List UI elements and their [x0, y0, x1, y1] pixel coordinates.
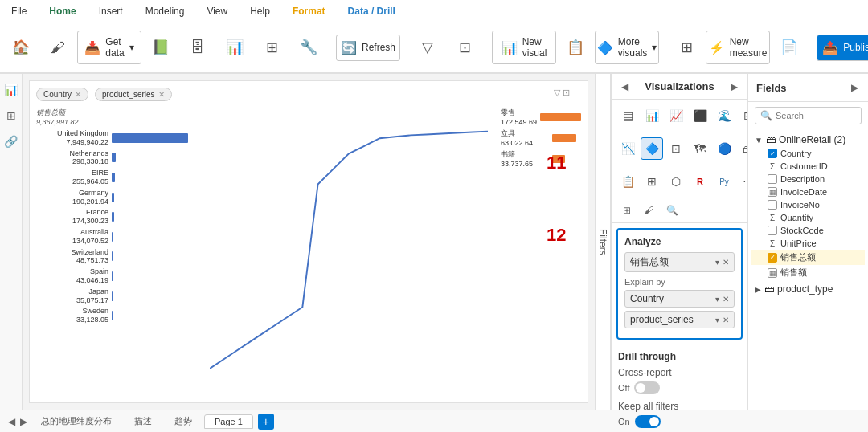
bar-label: Japan35,875.17	[36, 287, 108, 305]
viz-icon-line[interactable]: 📈	[665, 104, 687, 127]
viz-icon-python[interactable]: Py	[713, 170, 735, 193]
viz-icon-treemap[interactable]: ⊡	[665, 137, 687, 160]
viz-icon-r[interactable]: R	[689, 170, 711, 193]
tab-describe[interactable]: 描述	[124, 413, 162, 430]
sql-button[interactable]: 🗄	[180, 36, 215, 59]
list-item[interactable]: Description	[751, 173, 865, 185]
excel-button[interactable]: 📗	[143, 35, 178, 59]
chart-filter-icon[interactable]: ▽ ⊡ ⋯	[554, 88, 581, 101]
viz-icon-table[interactable]: 📋	[616, 170, 639, 193]
explain-country-dropdown[interactable]: ▾	[715, 295, 719, 304]
chart-header: Country ✕ product_series ✕ ▽ ⊡ ⋯	[36, 88, 581, 101]
menu-format[interactable]: Format	[288, 4, 330, 18]
clipboard-button[interactable]: 📋	[558, 35, 593, 59]
more-visuals-button[interactable]: 🔷 More visuals ▾	[595, 31, 659, 64]
viz-collapse-left[interactable]: ◀	[621, 81, 628, 92]
viz-tabs: ⊞ 🖌 🔍	[612, 198, 747, 223]
ribbon-home-icon[interactable]: 🏠	[3, 35, 39, 59]
viz-icon-gauge[interactable]: 🔵	[713, 137, 735, 160]
tab-page1[interactable]: Page 1	[204, 414, 253, 429]
ribbon-format-icon[interactable]: 🖌	[40, 36, 76, 59]
viz-collapse-right[interactable]: ▶	[731, 81, 738, 92]
menu-modeling[interactable]: Modeling	[141, 4, 190, 18]
cross-report-toggle[interactable]	[634, 381, 660, 394]
viz-icon-stacked-bar[interactable]: ▤	[616, 104, 639, 127]
publish-button[interactable]: 📤 Publish	[817, 35, 868, 61]
menu-insert[interactable]: Insert	[94, 4, 128, 18]
fields-search-box[interactable]: 🔍	[755, 107, 862, 124]
viz-tab-format[interactable]: 🖌	[637, 202, 660, 219]
tab-add-button[interactable]: +	[258, 414, 274, 430]
model-icon[interactable]: 🔗	[1, 132, 21, 151]
report-icon[interactable]: 📊	[1, 80, 21, 100]
explain-product-close[interactable]: ✕	[723, 316, 729, 324]
viz-icon-area[interactable]: ⬛	[689, 104, 711, 127]
fields-collapse[interactable]: ▶	[850, 80, 860, 95]
viz-tab-analytics[interactable]: 🔍	[660, 202, 685, 219]
table-row: France174,300.23	[36, 208, 197, 226]
product-series-tag-close[interactable]: ✕	[158, 90, 165, 99]
search-input[interactable]	[776, 111, 856, 120]
list-item[interactable]: ▦ 销售额	[751, 265, 865, 280]
bar-label: EIRE255,964.05	[36, 169, 108, 186]
table-row: Netherlands298,330.18	[36, 149, 197, 167]
analyze-field-close[interactable]: ✕	[723, 258, 729, 267]
table-button[interactable]: ⊞	[254, 35, 289, 59]
menu-view[interactable]: View	[202, 4, 232, 18]
list-item[interactable]: ✓ 销售总额	[751, 250, 865, 265]
fit-page-btn[interactable]: ⊡	[447, 35, 482, 59]
product-series-filter-tag[interactable]: product_series ✕	[95, 88, 172, 101]
tab-trend[interactable]: 趋势	[164, 413, 203, 430]
list-item[interactable]: Σ Quantity	[751, 211, 865, 224]
explain-country-row: Country ▾ ✕	[624, 290, 735, 308]
bar-track	[112, 311, 113, 320]
explain-country-close[interactable]: ✕	[723, 295, 729, 304]
list-item[interactable]: ▦ InvoiceDate	[751, 185, 865, 198]
explain-product-dropdown[interactable]: ▾	[715, 316, 719, 324]
menu-home[interactable]: Home	[44, 4, 80, 18]
menu-file[interactable]: File	[6, 4, 31, 18]
data-icon[interactable]: ⊞	[3, 106, 19, 125]
new-visual-button[interactable]: 📊 New visual	[492, 31, 556, 64]
query-button[interactable]: 🔧	[291, 35, 326, 59]
tree-group-header-product-type[interactable]: ▶ 🗃 product_type	[751, 282, 865, 296]
get-data-button[interactable]: 📥 Get data ▾	[77, 31, 141, 64]
ribbon-table-icon-btn[interactable]: ⊞	[669, 35, 704, 59]
query-icon: 🔧	[300, 39, 317, 56]
viz-icon-ribbon[interactable]: 🌊	[713, 104, 735, 127]
list-item[interactable]: StockCode	[751, 224, 865, 237]
dataflow-button[interactable]: 📊	[217, 35, 252, 59]
viz-panel-title: Visualizations	[645, 80, 714, 92]
keep-filters-toggle[interactable]	[635, 415, 661, 428]
tab-geo[interactable]: 总的地理纬度分布	[31, 413, 122, 430]
filter-panel[interactable]: Filters	[595, 74, 611, 410]
tree-group-header-onlineretail[interactable]: ▼ 🗃 OnlineRetail (2)	[751, 132, 865, 147]
viz-icon-scatter[interactable]: 📉	[616, 137, 639, 160]
list-item[interactable]: InvoiceNo	[751, 198, 865, 211]
list-item[interactable]: Σ CustomerID	[751, 160, 865, 173]
list-item[interactable]: Σ UnitPrice	[751, 237, 865, 250]
country-filter-tag[interactable]: Country ✕	[36, 88, 88, 101]
viz-icon-matrix[interactable]: ⊞	[641, 170, 663, 193]
tab-scroll-left[interactable]: ◀	[6, 414, 17, 429]
list-item[interactable]: ✓ Country	[751, 147, 865, 160]
menu-help[interactable]: Help	[245, 4, 275, 18]
country-tag-close[interactable]: ✕	[75, 90, 81, 99]
tab-scroll-right[interactable]: ▶	[18, 414, 29, 429]
keep-filters-toggle-container: On	[618, 415, 741, 428]
viz-tab-fields[interactable]: ⊞	[616, 202, 637, 219]
viz-icon-bar[interactable]: 📊	[641, 104, 663, 127]
menu-datadrill[interactable]: Data / Drill	[343, 4, 400, 18]
new-measure-button[interactable]: ⚡ New measure	[706, 31, 770, 64]
filter-icon-btn[interactable]: ▽	[410, 35, 445, 59]
viz-icon-funnel[interactable]: ⬡	[665, 170, 687, 193]
analyze-field-dropdown[interactable]: ▾	[715, 258, 719, 267]
refresh-button[interactable]: 🔄 Refresh	[336, 35, 400, 61]
viz-icon-pie[interactable]: 🔷	[641, 137, 663, 160]
new-measure-icon: ⚡	[709, 40, 725, 55]
country-tag-label: Country	[43, 90, 72, 99]
bar-label: Netherlands298,330.18	[36, 149, 108, 167]
viz-icon-map[interactable]: 🗺	[689, 137, 711, 160]
filter-label: Filters	[597, 229, 608, 255]
new-icon-btn[interactable]: 📄	[772, 35, 807, 59]
